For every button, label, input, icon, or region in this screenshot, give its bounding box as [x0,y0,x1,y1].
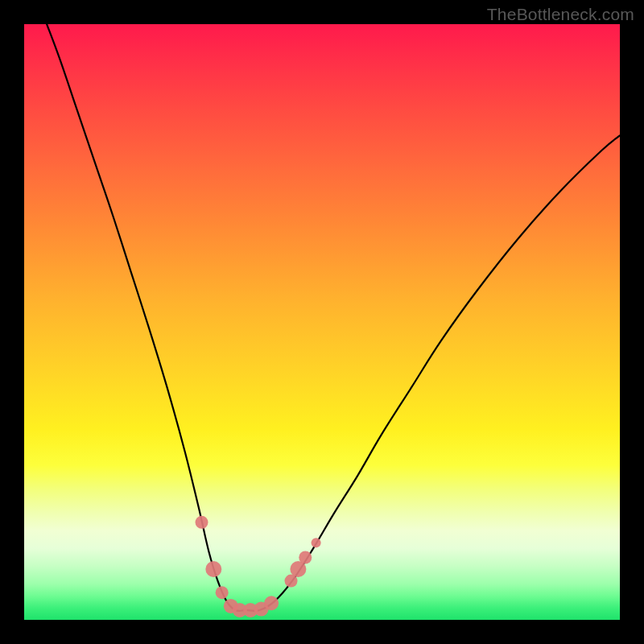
curve-layer [24,24,620,620]
watermark-text: TheBottleneck.com [487,5,634,24]
curve-marker [299,551,312,564]
marker-group [196,516,321,617]
plot-area [24,24,620,620]
curve-marker [196,516,208,529]
bottleneck-curve [47,24,620,611]
curve-marker [205,561,221,577]
curve-marker [216,586,229,599]
chart-frame: TheBottleneck.com [0,0,644,644]
curve-marker [312,538,321,547]
curve-marker [264,596,279,610]
